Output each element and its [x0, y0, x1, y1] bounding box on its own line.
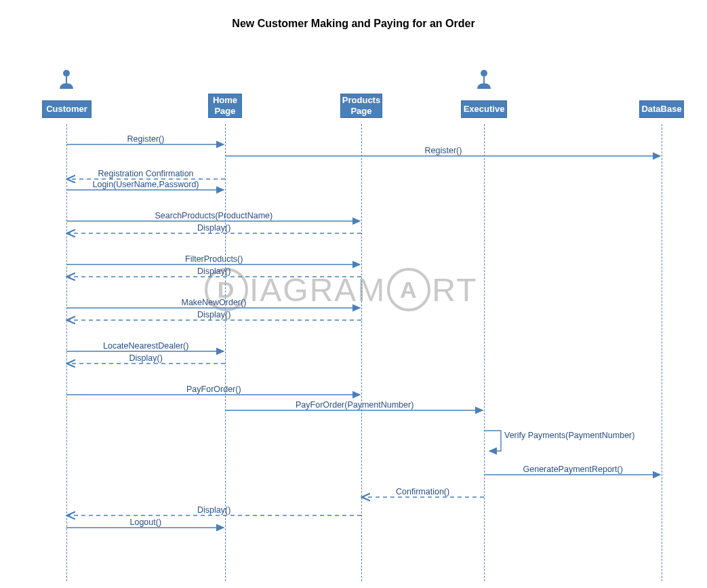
- sequence-arrows: [0, 0, 707, 588]
- lifeline-products: Products Page: [340, 94, 382, 118]
- lifeline-database: DataBase: [639, 100, 684, 118]
- watermark-text: IAGRAM: [249, 271, 386, 309]
- message-label: Verify Payments(PaymentNumber): [504, 431, 634, 440]
- message-label: Register(): [425, 146, 462, 155]
- lifeline-homepage: Home Page: [208, 94, 242, 118]
- message-label: Logout(): [130, 517, 162, 527]
- watermark-tail: RT: [432, 271, 477, 309]
- message-label: PayForOrder(): [186, 385, 241, 394]
- diagram-title: New Customer Making and Paying for an Or…: [0, 18, 707, 30]
- message-label: Display(): [197, 267, 230, 276]
- message-label: Display(): [197, 310, 230, 319]
- message-label: PayForOrder(PaymentNumber): [296, 400, 413, 410]
- message-label: Display(): [129, 353, 163, 363]
- message-label: SearchProducts(ProductName): [155, 211, 273, 220]
- message-label: Login(UserName,Password): [93, 180, 199, 189]
- lifeline-line-products: [361, 124, 362, 581]
- message-label: Confirmation(): [396, 487, 449, 496]
- lifeline-customer: Customer: [42, 100, 92, 118]
- message-label: Registration Confirmation: [98, 169, 194, 178]
- message-label: MakeNewOrder(): [182, 298, 247, 307]
- watermark-a-icon: A: [387, 268, 430, 311]
- message-label: Display(): [197, 505, 230, 515]
- message-label: GeneratePaymentReport(): [523, 465, 623, 474]
- lifeline-line-executive: [484, 124, 485, 581]
- lifeline-line-customer: [66, 124, 67, 581]
- message-label: Register(): [127, 134, 165, 144]
- message-label: Display(): [197, 223, 230, 233]
- message-label: FilterProducts(): [185, 254, 243, 264]
- lifeline-executive: Executive: [461, 100, 507, 118]
- message-label: LocateNearestDealer(): [103, 341, 188, 351]
- lifeline-line-database: [662, 124, 662, 581]
